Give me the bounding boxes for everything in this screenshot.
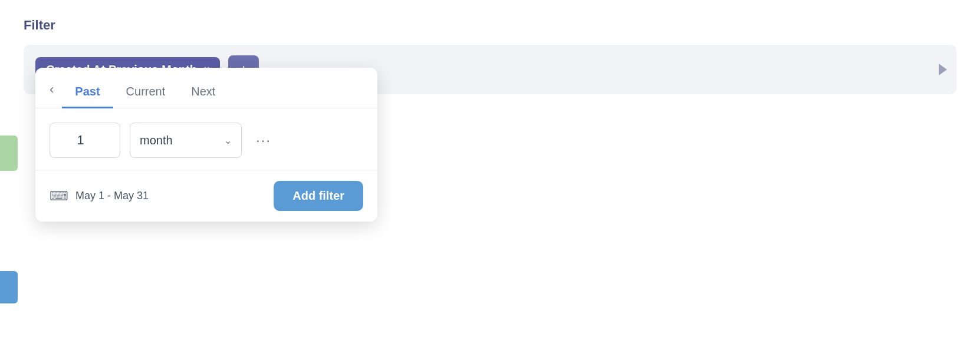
row-controls: month ⌄ ··· <box>50 123 363 158</box>
back-button[interactable]: ‹ <box>50 83 62 103</box>
page-container: Filter Created At Previous Month × + ‹ P… <box>0 0 980 350</box>
date-range: ⌨ May 1 - May 31 <box>50 189 149 204</box>
tab-past[interactable]: Past <box>62 79 113 108</box>
dropdown-tabs: ‹ Past Current Next <box>35 68 377 108</box>
date-range-label: May 1 - May 31 <box>75 190 149 202</box>
chevron-down-icon: ⌄ <box>224 135 232 146</box>
dropdown-body: month ⌄ ··· <box>35 108 377 170</box>
page-title: Filter <box>24 18 956 33</box>
number-input[interactable] <box>50 123 120 158</box>
calendar-icon: ⌨ <box>50 189 68 204</box>
period-select[interactable]: month ⌄ <box>130 123 242 158</box>
back-icon: ‹ <box>50 82 54 97</box>
more-icon: ··· <box>256 132 271 148</box>
arrow-right-icon <box>939 64 947 75</box>
tab-current[interactable]: Current <box>113 79 179 108</box>
period-value: month <box>140 134 173 147</box>
dropdown-panel: ‹ Past Current Next month ⌄ ··· <box>35 68 377 222</box>
add-filter-action-button[interactable]: Add filter <box>274 181 363 211</box>
more-options-button[interactable]: ··· <box>251 132 276 148</box>
dropdown-footer: ⌨ May 1 - May 31 Add filter <box>35 170 377 222</box>
tab-next[interactable]: Next <box>178 79 228 108</box>
